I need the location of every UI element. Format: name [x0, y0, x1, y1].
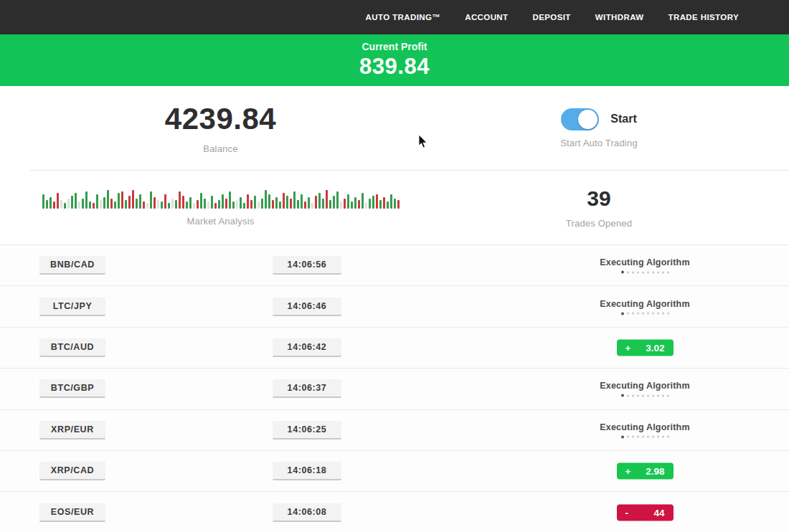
- pair-chip[interactable]: BTC/AUD: [39, 338, 105, 357]
- start-auto-trading-label: Start Auto Trading: [560, 138, 638, 148]
- chart-bar: [229, 191, 231, 209]
- pair-chip[interactable]: BNB/CAD: [39, 256, 105, 275]
- progress-dots: [621, 394, 669, 397]
- trades-opened-label: Trades Opened: [566, 218, 632, 229]
- chart-bar: [394, 199, 396, 209]
- nav-item-trade-history[interactable]: TRADE HISTORY: [668, 13, 740, 22]
- nav-item-deposit[interactable]: DEPOSIT: [533, 13, 571, 22]
- progress-dot: [647, 271, 649, 273]
- trades-opened-block: 39 Trades Opened: [441, 171, 757, 244]
- chart-bar: [107, 190, 109, 209]
- chart-bar: [193, 203, 195, 209]
- trade-result-badge: +3.02: [617, 339, 674, 356]
- trade-result-badge: +2.98: [617, 463, 674, 480]
- chart-bar: [315, 196, 317, 209]
- chart-bar: [308, 197, 310, 209]
- chart-bar: [60, 200, 62, 209]
- chart-bar: [344, 199, 346, 209]
- current-profit-label: Current Profit: [0, 41, 789, 52]
- nav-item-account[interactable]: ACCOUNT: [465, 13, 508, 22]
- status-zone: Executing Algorithm: [585, 422, 705, 438]
- status-zone: -44: [585, 504, 705, 521]
- chart-bar: [283, 193, 285, 209]
- time-chip: 14:06:18: [273, 462, 341, 480]
- chart-bar: [125, 200, 127, 209]
- chart-bar: [250, 200, 252, 209]
- chart-bar: [326, 190, 328, 209]
- chart-bar: [67, 199, 70, 209]
- chart-bar: [214, 203, 217, 209]
- chart-bar: [139, 194, 141, 209]
- executing-algorithm-label: Executing Algorithm: [600, 381, 690, 391]
- chart-bar: [236, 200, 238, 209]
- chart-bar: [329, 200, 331, 209]
- chart-bar: [175, 200, 177, 209]
- chart-bar: [254, 196, 256, 209]
- current-profit-banner: Current Profit 839.84: [0, 34, 789, 86]
- chart-bar: [265, 190, 267, 209]
- pair-chip[interactable]: BTC/GBP: [39, 379, 105, 398]
- progress-dot: [652, 271, 654, 273]
- chart-bar: [171, 199, 174, 209]
- progress-dot: [637, 436, 639, 438]
- chart-bar: [153, 197, 156, 209]
- market-analysis-label: Market Analysis: [186, 216, 254, 227]
- chart-bar: [379, 200, 382, 209]
- progress-dot: [627, 394, 629, 396]
- progress-dot: [667, 313, 669, 315]
- progress-dot: [662, 313, 664, 315]
- status-zone: Executing Algorithm: [585, 381, 705, 397]
- pair-chip[interactable]: LTC/JPY: [39, 298, 105, 316]
- executing-algorithm-label: Executing Algorithm: [600, 257, 690, 267]
- top-nav: AUTO TRADING™ACCOUNTDEPOSITWITHDRAWTRADE…: [0, 0, 789, 34]
- chart-bar: [372, 196, 374, 209]
- current-profit-value: 839.84: [0, 54, 789, 80]
- pair-chip[interactable]: EOS/EUR: [39, 503, 105, 522]
- pair-chip[interactable]: XRP/CAD: [39, 462, 105, 480]
- chart-bar: [179, 191, 181, 209]
- chart-bar: [387, 201, 389, 209]
- chart-bar: [272, 200, 274, 209]
- chart-bar: [322, 199, 324, 209]
- chart-bar: [89, 201, 91, 209]
- nav-item-auto-trading[interactable]: AUTO TRADING™: [366, 13, 441, 22]
- trades-table: BNB/CAD14:06:56Executing AlgorithmLTC/JP…: [0, 244, 789, 532]
- chart-bar: [222, 194, 224, 209]
- trade-result-badge: -44: [617, 504, 674, 521]
- chart-bar: [301, 194, 303, 209]
- chart-bar: [143, 201, 145, 209]
- chart-bar: [286, 196, 288, 209]
- trade-row: XRP/CAD14:06:18+2.98: [0, 450, 789, 491]
- chart-bar: [268, 194, 270, 209]
- nav-item-withdraw[interactable]: WITHDRAW: [595, 13, 644, 22]
- chart-bar: [340, 201, 342, 209]
- pair-chip[interactable]: XRP/EUR: [39, 421, 105, 440]
- chart-bar: [85, 191, 88, 209]
- trade-row: LTC/JPY14:06:46Executing Algorithm: [0, 285, 789, 326]
- market-and-trades-row: Market Analysis 39 Trades Opened: [0, 171, 789, 244]
- progress-dot: [662, 436, 664, 438]
- auto-trading-toggle[interactable]: [561, 108, 599, 130]
- auto-trading-block: Start Start Auto Trading: [441, 86, 757, 170]
- chart-bar: [157, 200, 159, 209]
- result-value: 3.02: [646, 342, 664, 353]
- chart-bar: [390, 194, 392, 209]
- result-sign: +: [625, 466, 631, 477]
- trade-row: XRP/EUR14:06:25Executing Algorithm: [0, 409, 789, 450]
- progress-dots: [621, 271, 669, 274]
- chart-bar: [46, 200, 48, 209]
- chart-bar: [110, 199, 113, 209]
- progress-dots: [621, 435, 669, 438]
- time-chip: 14:06:42: [273, 338, 341, 357]
- progress-dot: [621, 394, 624, 397]
- progress-dot: [657, 394, 659, 396]
- chart-bar: [189, 197, 192, 209]
- progress-dot: [632, 394, 634, 396]
- progress-dot: [627, 436, 629, 438]
- chart-bar: [118, 193, 120, 209]
- progress-dot: [647, 394, 649, 396]
- progress-dot: [632, 436, 634, 438]
- market-analysis-chart: [42, 189, 400, 209]
- time-chip: 14:06:56: [273, 256, 341, 275]
- chart-bar: [93, 203, 95, 209]
